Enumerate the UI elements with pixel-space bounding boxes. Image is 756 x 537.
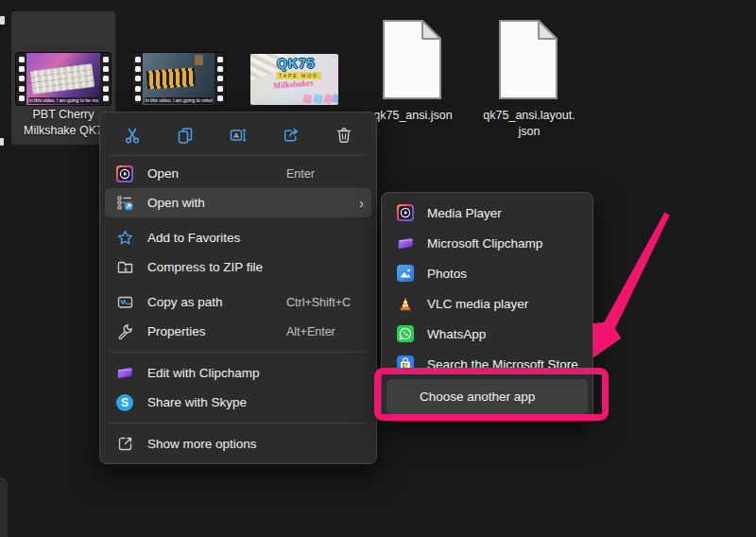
filmstrip-holes <box>16 53 26 105</box>
filmstrip-holes <box>100 53 111 105</box>
file-label-json-1: qk75_ansi.json <box>364 108 462 124</box>
copy-path-icon <box>115 293 134 312</box>
keycap-decoration <box>313 94 323 104</box>
clipped-filmstrip-fragment <box>0 138 4 146</box>
arrow-icon <box>593 213 670 358</box>
video-thumbnail-2[interactable]: In this video, I am going to rebuild my <box>132 53 225 105</box>
menu-item-add-favorites[interactable]: Add to Favorites <box>105 223 371 252</box>
clipchamp-icon <box>396 234 415 252</box>
clipped-filmstrip-fragment <box>0 16 5 25</box>
shortcut-label: Ctrl+Shift+C <box>286 296 364 309</box>
menu-separator <box>111 352 366 353</box>
menu-item-copy-as-path[interactable]: Copy as path Ctrl+Shift+C <box>105 287 371 317</box>
vlc-cone-icon <box>396 294 415 313</box>
share-icon <box>282 126 301 145</box>
menu-item-properties[interactable]: Properties Alt+Enter <box>105 317 371 346</box>
scissors-icon <box>123 126 142 145</box>
file-label-json-2: qk75_ansi.layout. json <box>476 108 582 140</box>
menu-item-open-with[interactable]: Open with › <box>105 188 371 217</box>
chevron-right-icon: › <box>359 196 364 211</box>
copy-button[interactable] <box>174 124 197 147</box>
delete-button[interactable] <box>333 124 355 147</box>
rename-button[interactable]: A <box>227 124 249 147</box>
video-thumbnail-3[interactable]: QK75 TAPE MOD Milkshakes <box>250 54 338 105</box>
open-with-submenu: Media Player Microsoft Clipchamp <box>381 192 593 420</box>
filmstrip-holes <box>215 53 225 105</box>
menu-separator <box>111 423 366 424</box>
submenu-item-clipchamp[interactable]: Microsoft Clipchamp <box>387 228 588 258</box>
json-file-icon[interactable] <box>499 20 558 99</box>
photos-icon <box>396 264 415 283</box>
media-player-icon <box>115 165 134 183</box>
whatsapp-icon <box>396 324 415 343</box>
submenu-item-vlc[interactable]: VLC media player <box>387 288 588 319</box>
shortcut-label: Alt+Enter <box>286 325 364 338</box>
filmstrip-holes <box>132 53 143 105</box>
keycap-decoration <box>302 94 312 103</box>
copy-icon <box>176 126 195 145</box>
video-frame-1: In this video, I am going to be modding <box>26 53 100 105</box>
skype-icon: S <box>115 393 134 412</box>
show-more-options-icon <box>115 435 134 454</box>
share-button[interactable] <box>280 124 302 147</box>
submenu-item-choose-another-app[interactable]: Choose another app <box>387 379 588 414</box>
menu-item-show-more-options[interactable]: Show more options <box>105 429 371 459</box>
submenu-item-photos[interactable]: Photos <box>387 258 588 288</box>
menu-item-compress-zip[interactable]: Compress to ZIP file <box>105 252 371 282</box>
keyboard-image <box>146 67 196 90</box>
desk-object <box>195 55 203 65</box>
quick-actions-row: A <box>105 117 371 152</box>
menu-item-share-skype[interactable]: S Share with Skype <box>105 388 371 417</box>
context-menu: A <box>99 112 377 464</box>
video-frame-2: In this video, I am going to rebuild my <box>143 53 215 105</box>
zip-folder-icon <box>115 258 134 277</box>
thumbnail-script-text: Milkshakes <box>273 78 314 91</box>
clipchamp-icon <box>115 364 134 383</box>
svg-text:A: A <box>233 131 239 140</box>
video-thumbnail-1[interactable]: In this video, I am going to be modding <box>16 53 111 105</box>
trash-icon <box>335 126 353 145</box>
menu-separator <box>111 155 366 156</box>
open-with-icon <box>115 194 134 213</box>
window-edge-strip <box>0 477 8 537</box>
video-caption: In this video, I am going to rebuild my <box>145 97 214 104</box>
microsoft-store-icon <box>396 355 415 373</box>
rename-icon: A <box>229 126 248 145</box>
menu-item-edit-clipchamp[interactable]: Edit with Clipchamp <box>105 358 371 388</box>
video-caption: In this video, I am going to be modding <box>28 97 99 104</box>
thumbnail-title-text: QK75 <box>277 56 316 71</box>
submenu-item-search-store[interactable]: Search the Microsoft Store <box>387 349 588 379</box>
submenu-item-media-player[interactable]: Media Player <box>387 198 588 228</box>
media-player-icon <box>396 203 415 222</box>
submenu-item-whatsapp[interactable]: WhatsApp <box>387 319 588 349</box>
star-icon <box>115 229 134 248</box>
wrench-icon <box>115 322 134 341</box>
json-file-icon[interactable] <box>383 20 441 99</box>
desktop-explorer-background: In this video, I am going to be modding … <box>0 0 756 537</box>
cut-button[interactable] <box>121 124 144 147</box>
shortcut-label: Enter <box>286 167 364 181</box>
menu-item-open[interactable]: Open Enter <box>105 159 371 188</box>
